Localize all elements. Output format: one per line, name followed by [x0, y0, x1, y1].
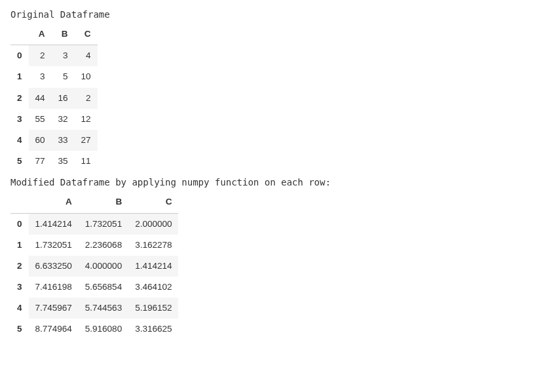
- row-index: 0: [10, 213, 29, 235]
- row-index: 4: [10, 298, 29, 319]
- row-index: 2: [10, 256, 29, 277]
- row-index: 0: [10, 45, 29, 67]
- row-index: 3: [10, 277, 29, 298]
- cell: 1.732051: [29, 235, 79, 256]
- col-header: C: [75, 24, 98, 45]
- row-index: 2: [10, 88, 29, 109]
- cell: 27: [75, 130, 98, 151]
- col-header: B: [52, 24, 75, 45]
- cell: 35: [52, 151, 75, 172]
- cell: 3: [29, 66, 52, 87]
- blank-header: [10, 24, 29, 45]
- col-header: A: [29, 24, 52, 45]
- cell: 5.656854: [79, 277, 128, 298]
- blank-header: [10, 191, 29, 213]
- cell: 7.745967: [29, 298, 79, 319]
- table-row: 1 1.732051 2.236068 3.162278: [10, 235, 178, 256]
- cell: 2.236068: [79, 235, 128, 256]
- row-index: 5: [10, 319, 29, 340]
- col-header: B: [79, 191, 128, 213]
- table-row: 0 1.414214 1.732051 2.000000: [10, 213, 178, 235]
- cell: 2: [29, 45, 52, 67]
- cell: 6.633250: [29, 256, 79, 277]
- modified-caption: Modified Dataframe by applying numpy fun…: [10, 177, 541, 187]
- cell: 77: [29, 151, 52, 172]
- cell: 1.732051: [79, 213, 128, 235]
- cell: 33: [52, 130, 75, 151]
- cell: 1.414214: [29, 213, 79, 235]
- table-row: 2 44 16 2: [10, 88, 98, 109]
- cell: 3.464102: [128, 277, 178, 298]
- cell: 55: [29, 109, 52, 130]
- cell: 4.000000: [79, 256, 128, 277]
- table-row: 1 3 5 10: [10, 66, 98, 87]
- table-row: 5 8.774964 5.916080 3.316625: [10, 319, 178, 340]
- cell: 60: [29, 130, 52, 151]
- row-index: 4: [10, 130, 29, 151]
- cell: 3.162278: [128, 235, 178, 256]
- cell: 3.316625: [128, 319, 178, 340]
- cell: 7.416198: [29, 277, 79, 298]
- cell: 32: [52, 109, 75, 130]
- table-row: 2 6.633250 4.000000 1.414214: [10, 256, 178, 277]
- cell: 16: [52, 88, 75, 109]
- table-row: 3 7.416198 5.656854 3.464102: [10, 277, 178, 298]
- table-row: 4 60 33 27: [10, 130, 98, 151]
- row-index: 1: [10, 235, 29, 256]
- cell: 5.916080: [79, 319, 128, 340]
- table-row: 5 77 35 11: [10, 151, 98, 172]
- col-header: C: [128, 191, 178, 213]
- table-row: 4 7.745967 5.744563 5.196152: [10, 298, 178, 319]
- modified-dataframe: A B C 0 1.414214 1.732051 2.000000 1 1.7…: [10, 191, 178, 340]
- cell: 2: [75, 88, 98, 109]
- row-index: 5: [10, 151, 29, 172]
- original-dataframe: A B C 0 2 3 4 1 3 5 10 2 44 16 2 3 55 32…: [10, 24, 98, 172]
- cell: 44: [29, 88, 52, 109]
- cell: 4: [75, 45, 98, 67]
- cell: 3: [52, 45, 75, 67]
- row-index: 3: [10, 109, 29, 130]
- cell: 2.000000: [128, 213, 178, 235]
- original-caption: Original Dataframe: [10, 9, 541, 20]
- table-row: 3 55 32 12: [10, 109, 98, 130]
- cell: 5: [52, 66, 75, 87]
- cell: 5.744563: [79, 298, 128, 319]
- cell: 8.774964: [29, 319, 79, 340]
- cell: 5.196152: [128, 298, 178, 319]
- cell: 12: [75, 109, 98, 130]
- row-index: 1: [10, 66, 29, 87]
- cell: 11: [75, 151, 98, 172]
- table-row: 0 2 3 4: [10, 45, 98, 67]
- col-header: A: [29, 191, 79, 213]
- cell: 10: [75, 66, 98, 87]
- cell: 1.414214: [128, 256, 178, 277]
